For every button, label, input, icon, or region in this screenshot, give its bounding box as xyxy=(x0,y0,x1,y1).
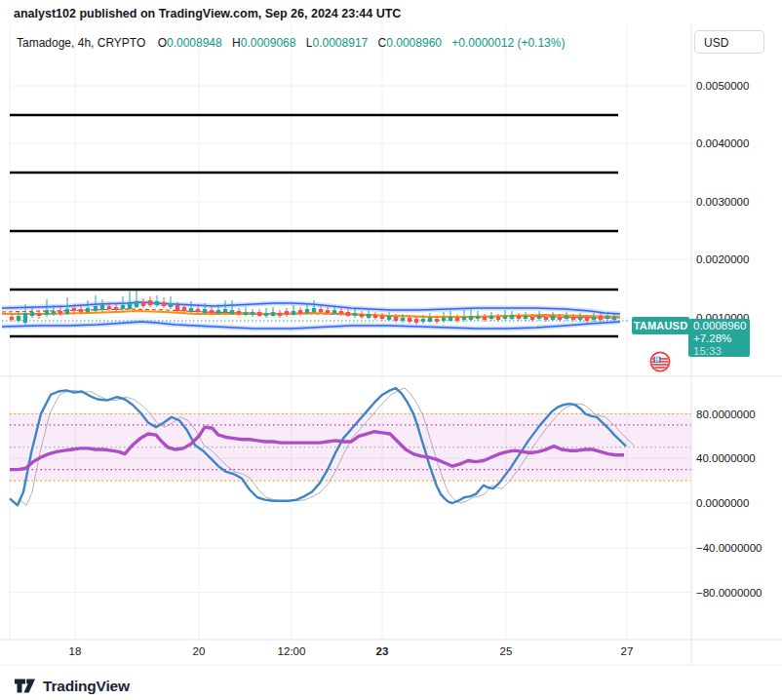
last-price: 0.0008960 xyxy=(693,320,750,332)
close-value: 0.0008960 xyxy=(386,36,442,50)
low-value: 0.0008917 xyxy=(313,36,369,50)
currency-selector[interactable]: USD xyxy=(694,30,764,54)
osc-axis-label: −80.0000000 xyxy=(696,586,762,600)
price-axis-label: 0.0030000 xyxy=(696,195,749,209)
time-axis-label: 27 xyxy=(621,645,634,657)
time-axis-label: 12:00 xyxy=(278,645,306,657)
symbol-price-tag[interactable]: TAMAUSD xyxy=(632,317,689,334)
close-label: C xyxy=(378,36,387,50)
price-axis-label: 0.0020000 xyxy=(696,253,749,266)
tradingview-logo-icon xyxy=(14,677,36,695)
osc-axis-label: −40.0000000 xyxy=(696,541,762,555)
price-change-pct: +7.28% xyxy=(693,332,750,345)
change-value: +0.0000012 (+0.13%) xyxy=(451,36,565,50)
time-axis-label: 23 xyxy=(376,645,389,657)
tradingview-branding[interactable]: TradingView xyxy=(14,677,130,695)
tradingview-brand-text: TradingView xyxy=(43,678,130,695)
us-flag-market-icon[interactable] xyxy=(648,350,672,373)
time-axis-label: 18 xyxy=(69,645,82,657)
price-axis-label: 0.0050000 xyxy=(696,79,749,93)
high-value: 0.0009068 xyxy=(241,36,296,50)
osc-axis-label: 40.0000000 xyxy=(696,451,756,465)
open-value: 0.0008948 xyxy=(167,36,222,50)
last-price-axis-label[interactable]: 0.0008960 +7.28% 15:33 xyxy=(688,319,750,357)
time-axis-label: 25 xyxy=(500,645,513,657)
high-label: H xyxy=(232,36,241,50)
low-label: L xyxy=(306,36,313,50)
tradingview-chart-screenshot: analyst102 published on TradingView.com,… xyxy=(0,0,782,700)
time-axis-label: 20 xyxy=(193,645,206,657)
osc-axis-label: 80.0000000 xyxy=(696,408,756,421)
bar-countdown: 15:33 xyxy=(693,345,750,358)
symbol-legend[interactable]: Tamadoge, 4h, CRYPTO O0.0008948 H0.00090… xyxy=(17,36,565,50)
price-axis-label: 0.0040000 xyxy=(696,136,749,150)
osc-axis-label: 0.0000000 xyxy=(696,496,749,510)
legend-symbol-title: Tamadoge, 4h, CRYPTO xyxy=(17,36,145,50)
open-label: O xyxy=(158,36,167,50)
